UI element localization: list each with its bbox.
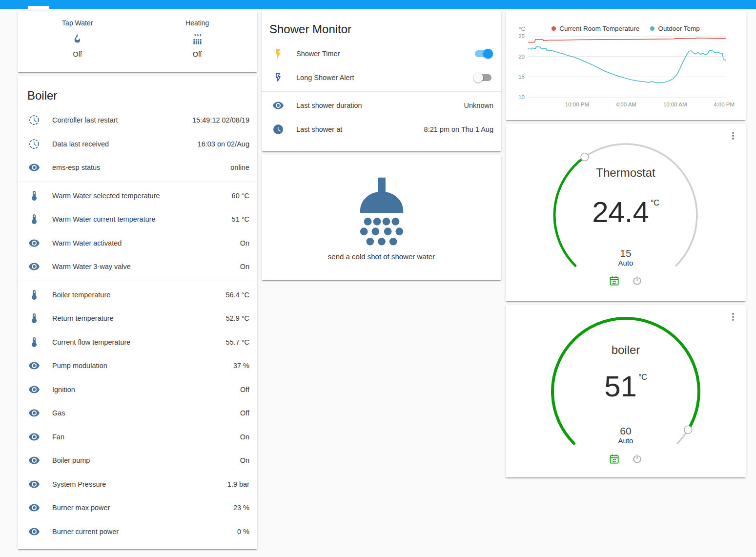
- entity-label: Fan: [52, 433, 64, 441]
- entity-label: Burner max power: [52, 504, 110, 512]
- progress-clock-icon: [28, 114, 40, 126]
- entity-row[interactable]: Warm Water current temperature 51 °C: [18, 207, 257, 231]
- entity-row[interactable]: Boiler temperature 56.4 °C: [18, 283, 257, 307]
- shower-info-list: Last shower duration Unknown Last shower…: [262, 94, 501, 141]
- toggle-switch[interactable]: [475, 50, 491, 57]
- boiler-entity-list: Controller last restart 15:49:12 02/08/1…: [18, 108, 257, 543]
- entity-row[interactable]: ems-esp status online: [18, 156, 257, 180]
- legend-item[interactable]: Outdoor Temp: [650, 25, 699, 32]
- svg-text:10:00 AM: 10:00 AM: [663, 102, 687, 107]
- entity-row[interactable]: System Pressure 1.9 bar: [18, 473, 257, 496]
- entity-value: On: [240, 239, 249, 247]
- entity-row[interactable]: Data last received 16:03 on 02/Aug: [18, 132, 257, 156]
- toggle-row[interactable]: Long Shower Alert: [262, 66, 501, 90]
- thermostat-title: Thermostat: [506, 166, 746, 180]
- svg-text:4:00 PM: 4:00 PM: [714, 102, 735, 107]
- boiler-card-title: Boiler: [18, 76, 257, 108]
- svg-text:25: 25: [518, 33, 525, 39]
- home-assistant-dashboard: Tap Water Off Heating Off Boiler Control…: [0, 0, 756, 557]
- entity-row[interactable]: Gas Off: [18, 401, 257, 425]
- entity-value: Unknown: [464, 102, 493, 109]
- temp-value: 24.4: [592, 198, 649, 227]
- entity-row[interactable]: Warm Water selected temperature 60 °C: [18, 184, 257, 208]
- toggle-label: Long Shower Alert: [296, 74, 354, 82]
- eye-icon: [28, 162, 40, 173]
- shower-monitor-card: Shower Monitor Shower Timer Long Shower …: [262, 11, 501, 151]
- toggle-switch[interactable]: [475, 74, 491, 81]
- toggle-row[interactable]: Shower Timer: [262, 42, 501, 66]
- entity-label: Controller last restart: [52, 116, 118, 124]
- glance-label: Tap Water: [23, 19, 131, 27]
- legend-label: Outdoor Temp: [658, 25, 699, 32]
- entity-row[interactable]: Burner max power 23 %: [18, 496, 257, 520]
- power-icon[interactable]: [632, 454, 643, 465]
- temp-unit: °C: [651, 199, 659, 207]
- legend-dot: [552, 26, 556, 31]
- eye-icon: [28, 526, 40, 537]
- eye-icon: [28, 502, 40, 514]
- boiler-mode[interactable]: Auto: [506, 436, 746, 445]
- thermostat-actions: [506, 275, 746, 287]
- toggle-thumb: [483, 49, 493, 59]
- glance-item[interactable]: Tap Water Off: [23, 19, 131, 58]
- entity-value: 52.9 °C: [225, 314, 249, 322]
- entity-row[interactable]: Ignition Off: [18, 378, 257, 402]
- cold-shot-card[interactable]: send a cold shot of shower water: [262, 155, 501, 280]
- thermostat-setpoint: 15: [506, 248, 746, 259]
- shower-toggle-list: Shower Timer Long Shower Alert: [262, 42, 501, 89]
- entity-value: Off: [240, 409, 249, 417]
- progress-clock-icon: [28, 138, 40, 150]
- boiler-setpoint: 60: [506, 425, 746, 437]
- entity-value: 16:03 on 02/Aug: [198, 140, 249, 148]
- thermometer-icon: [28, 336, 40, 348]
- eye-icon: [28, 431, 40, 443]
- app-header[interactable]: [0, 0, 756, 9]
- entity-row[interactable]: Burner current power 0 %: [18, 520, 257, 544]
- eye-icon: [28, 261, 40, 272]
- entity-value: 8:21 pm on Thu 1 Aug: [424, 125, 493, 133]
- entity-row[interactable]: Last shower at 8:21 pm on Thu 1 Aug: [262, 118, 501, 142]
- entity-label: Pump modulation: [52, 362, 107, 370]
- entity-value: On: [240, 263, 249, 270]
- entity-row[interactable]: Last shower duration Unknown: [262, 94, 501, 118]
- entity-label: System Pressure: [52, 480, 106, 488]
- legend-item[interactable]: Current Room Temperature: [552, 25, 639, 32]
- svg-text:10:00 PM: 10:00 PM: [565, 102, 589, 107]
- clock-icon: [272, 124, 284, 135]
- glance-state: Off: [143, 50, 251, 58]
- entity-label: Boiler pump: [52, 456, 90, 464]
- entity-row[interactable]: Pump modulation 37 %: [18, 354, 257, 378]
- entity-row[interactable]: Fan On: [18, 425, 257, 449]
- entity-row[interactable]: Warm Water 3-way valve On: [18, 255, 257, 279]
- eye-icon: [28, 237, 40, 249]
- entity-value: 1.9 bar: [227, 480, 249, 488]
- entity-row[interactable]: Boiler pump On: [18, 449, 257, 473]
- toggle-label: Shower Timer: [296, 50, 340, 58]
- active-tab-indicator: [28, 6, 49, 9]
- entity-label: Ignition: [52, 386, 75, 393]
- entity-value: 15:49:12 02/08/19: [192, 116, 249, 124]
- svg-text:10: 10: [518, 94, 525, 100]
- thermometer-icon: [28, 289, 40, 301]
- eye-icon: [28, 384, 40, 395]
- glance-item[interactable]: Heating Off: [143, 19, 251, 58]
- thermometer-icon: [28, 190, 40, 202]
- thermostat-mode[interactable]: Auto: [506, 259, 746, 267]
- entity-row[interactable]: Controller last restart 15:49:12 02/08/1…: [18, 108, 257, 132]
- entity-label: Gas: [52, 409, 65, 417]
- calendar-sync-icon[interactable]: [609, 275, 620, 287]
- thermostat-card: Thermostat 24.4°C 15 Auto: [506, 124, 746, 301]
- thermometer-icon: [28, 312, 40, 324]
- radiator-icon: [143, 33, 251, 46]
- eye-icon: [28, 407, 40, 419]
- legend-dot: [650, 26, 654, 31]
- entity-row[interactable]: Return temperature 52.9 °C: [18, 307, 257, 330]
- boiler-current-temp: 51°C: [506, 372, 746, 401]
- glance-label: Heating: [143, 19, 251, 27]
- calendar-sync-icon[interactable]: [609, 454, 620, 465]
- power-icon[interactable]: [632, 275, 643, 287]
- dots-vertical-icon[interactable]: [727, 311, 739, 323]
- entity-row[interactable]: Warm Water activated On: [18, 231, 257, 255]
- dots-vertical-icon[interactable]: [727, 130, 739, 142]
- entity-row[interactable]: Current flow temperature 55.7 °C: [18, 330, 257, 354]
